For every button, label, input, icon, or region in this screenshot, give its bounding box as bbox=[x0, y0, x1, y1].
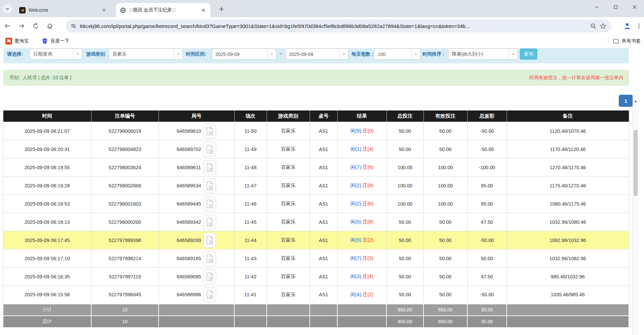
video-replay-button[interactable] bbox=[203, 269, 216, 284]
game-type-select[interactable]: 百家乐▼ bbox=[109, 49, 183, 60]
cell-table-number: AS1 bbox=[310, 231, 337, 249]
close-button[interactable] bbox=[625, 0, 644, 14]
cell-count: 10 bbox=[91, 316, 159, 328]
minimize-button[interactable] bbox=[587, 0, 606, 14]
table-row: 2025-09-09 06:17:10522797998214646589185… bbox=[3, 249, 629, 268]
cell-empty bbox=[267, 316, 310, 328]
result-player: 闲(0) bbox=[350, 219, 361, 224]
welcome-favicon-icon bbox=[19, 7, 26, 13]
url-bar[interactable]: 66cxkj98.com/ipl/portal.php/game/betreco… bbox=[66, 20, 611, 32]
page-content: 请选择: 日期查询▼ 游戏类别 百家乐▼ 时间区间: 2025-09-09▼ ~… bbox=[0, 48, 638, 335]
round-number: 646589085 bbox=[177, 274, 201, 279]
vertical-scrollbar[interactable]: ▲ bbox=[633, 96, 638, 335]
search-button[interactable]: 查询 bbox=[520, 49, 537, 60]
date-from-select[interactable]: 2025-09-09▼ bbox=[212, 49, 276, 60]
back-button[interactable] bbox=[1, 19, 14, 33]
zoom-icon[interactable] bbox=[590, 23, 597, 29]
bookmark-taobao[interactable]: 淘 爱淘宝 bbox=[3, 36, 31, 46]
date-to-select[interactable]: 2025-09-09▼ bbox=[285, 49, 348, 60]
cell-valid-bet: 650.00 bbox=[423, 316, 467, 328]
column-header-8: 总投注 bbox=[386, 111, 423, 122]
new-tab-button[interactable] bbox=[217, 5, 226, 13]
cell-remark: 1175.46/1270.46 bbox=[507, 177, 629, 195]
cell-game-type: 百家乐 bbox=[267, 195, 310, 213]
chevron-down-icon: ▼ bbox=[509, 49, 517, 59]
tab-close-icon[interactable] bbox=[200, 7, 206, 13]
tab-betrecord[interactable]: :::视讯 会员下注纪录::: bbox=[116, 3, 210, 17]
tab-welcome[interactable]: Welcome bbox=[15, 3, 111, 17]
chevron-down-icon: ▼ bbox=[267, 49, 276, 59]
round-number-wrap: 646589269 bbox=[177, 233, 216, 248]
tab-title: Welcome bbox=[29, 7, 98, 13]
select-type-label: 请选择: bbox=[7, 48, 23, 60]
cell-game-type: 百家乐 bbox=[267, 268, 310, 286]
forward-button[interactable] bbox=[15, 19, 28, 33]
cell-round-number: 646588986 bbox=[159, 286, 234, 304]
cell-round-number: 646589342 bbox=[159, 213, 234, 231]
result-banker: 庄(4) bbox=[363, 146, 373, 152]
profile-avatar-icon[interactable] bbox=[623, 22, 631, 30]
video-replay-button[interactable] bbox=[203, 215, 216, 230]
cell-time: 2025-09-09 06:16:35 bbox=[3, 268, 91, 286]
cell-table-number: AS1 bbox=[310, 249, 337, 268]
video-record-icon bbox=[206, 218, 213, 226]
cell-payout: -100.00 bbox=[467, 158, 507, 177]
video-replay-button[interactable] bbox=[203, 251, 216, 266]
page-size-select[interactable]: 100▼ bbox=[374, 49, 420, 60]
browser-window: Welcome :::视讯 会员下注纪录::: bbox=[0, 0, 644, 335]
bookmark-star-icon[interactable] bbox=[600, 23, 606, 29]
cell-total-bet: 50.00 bbox=[386, 213, 423, 231]
video-replay-button[interactable] bbox=[203, 142, 216, 157]
reload-button[interactable] bbox=[29, 19, 42, 33]
cell-result: 闲(7) 庄(3) bbox=[337, 249, 386, 268]
bookmark-baidu[interactable]: du 百度一下 bbox=[39, 36, 72, 46]
cell-valid-bet: 100.00 bbox=[423, 195, 467, 213]
pagination-page-1[interactable]: 1 bbox=[619, 95, 633, 107]
cell-session: 11-41 bbox=[234, 286, 267, 304]
result-player: 闲(2) bbox=[350, 183, 361, 188]
home-button[interactable] bbox=[43, 19, 57, 33]
video-replay-button[interactable] bbox=[203, 233, 216, 248]
cell-remark: 1270.46/1170.46 bbox=[507, 158, 629, 177]
cell-time: 2025-09-09 06:17:45 bbox=[3, 231, 91, 249]
forward-arrow-icon bbox=[18, 23, 25, 29]
video-replay-button[interactable] bbox=[203, 178, 216, 193]
cell-bet-number: 522798004823 bbox=[91, 140, 159, 158]
result-banker: 庄(6) bbox=[363, 164, 373, 170]
cell-total-bet: 100.00 bbox=[386, 195, 423, 213]
result-player: 闲(3) bbox=[350, 274, 361, 279]
cell-table-number: AS1 bbox=[310, 286, 337, 304]
scrollbar-thumb[interactable] bbox=[634, 130, 638, 196]
sort-order-select[interactable]: 降幂(由大到小)▼ bbox=[448, 49, 518, 60]
scrollbar-up-arrow[interactable]: ▲ bbox=[633, 98, 638, 104]
cell-time: 2025-09-09 06:18:53 bbox=[3, 195, 91, 213]
cell-game-type: 百家乐 bbox=[267, 140, 310, 158]
menu-dots-icon[interactable] bbox=[636, 23, 642, 29]
cell-total-bet: 650.00 bbox=[386, 304, 423, 316]
cell-payout: 47.50 bbox=[467, 268, 507, 286]
cell-payout: 95.00 bbox=[467, 195, 507, 213]
tab-search-button[interactable] bbox=[3, 4, 12, 13]
result-banker: 庄(2) bbox=[363, 292, 373, 297]
tab-close-icon[interactable] bbox=[101, 7, 107, 13]
video-replay-button[interactable] bbox=[203, 196, 216, 211]
column-header-1: 时间 bbox=[3, 111, 91, 122]
round-number: 646589810 bbox=[177, 128, 201, 134]
cell-bet-number: 522797998214 bbox=[91, 249, 159, 268]
bookmark-label: 爱淘宝 bbox=[14, 38, 29, 44]
cell-session: 11-49 bbox=[234, 140, 267, 158]
reload-icon bbox=[32, 23, 39, 29]
video-replay-button[interactable] bbox=[203, 160, 216, 175]
query-type-select[interactable]: 日期查询▼ bbox=[30, 49, 82, 60]
filter-bar: 请选择: 日期查询▼ 游戏类别 百家乐▼ 时间区间: 2025-09-09▼ ~… bbox=[3, 48, 629, 63]
round-number: 646589702 bbox=[177, 147, 201, 152]
maximize-button[interactable] bbox=[606, 0, 625, 14]
video-replay-button[interactable] bbox=[203, 124, 216, 139]
video-replay-button[interactable] bbox=[203, 287, 216, 302]
video-record-icon bbox=[206, 127, 213, 135]
cell-game-type: 百家乐 bbox=[267, 249, 310, 268]
cell-remark bbox=[507, 316, 629, 328]
currency-summary-text: 币别 : 人民币 | 总共 :10 注单 | bbox=[9, 70, 71, 85]
round-number-wrap: 646589810 bbox=[177, 124, 216, 139]
all-bookmarks-button[interactable]: 所有书签 bbox=[608, 37, 641, 45]
